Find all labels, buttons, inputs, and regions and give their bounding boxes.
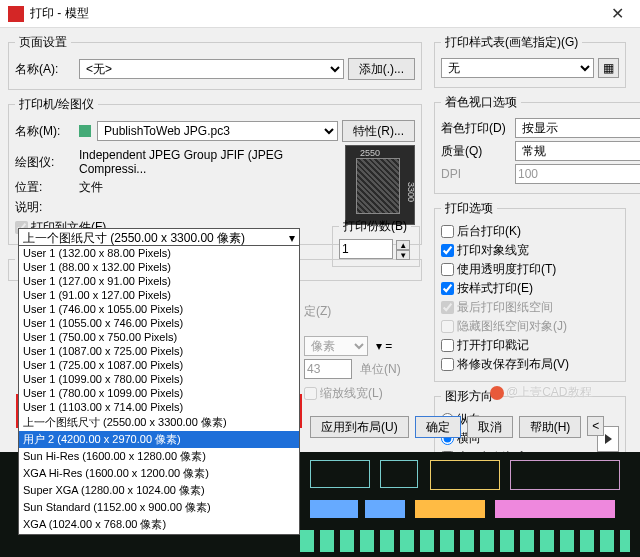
paper-size-option[interactable]: Sun Standard (1152.00 x 900.00 像素): [19, 499, 299, 516]
chevron-down-icon: ▾: [289, 231, 295, 245]
printer-name-label: 名称(M):: [15, 123, 75, 140]
option-checkbox: [441, 320, 454, 333]
option-label: 将修改保存到布局(V): [457, 356, 569, 373]
option-label: 使用透明度打印(T): [457, 261, 556, 278]
unit-select: 像素: [304, 336, 368, 356]
option-checkbox[interactable]: [441, 282, 454, 295]
orientation-legend: 图形方向: [441, 388, 497, 405]
properties-button[interactable]: 特性(R)...: [342, 120, 415, 142]
close-icon[interactable]: ✕: [603, 4, 632, 23]
dpi-input: [515, 164, 640, 184]
collapse-button[interactable]: <: [587, 416, 604, 436]
paper-size-option[interactable]: Super XGA (1280.00 x 1024.00 像素): [19, 482, 299, 499]
paper-size-option[interactable]: User 1 (750.00 x 750.00 Pixels): [19, 330, 299, 344]
option-label: 隐藏图纸空间对象(J): [457, 318, 567, 335]
style-table-group: 打印样式表(画笔指定)(G) 无 ▦: [434, 34, 626, 88]
paper-size-option[interactable]: User 1 (1055.00 x 746.00 Pixels): [19, 316, 299, 330]
add-button[interactable]: 添加(.)...: [348, 58, 415, 80]
help-button[interactable]: 帮助(H): [519, 416, 582, 438]
page-setup-legend: 页面设置: [15, 34, 71, 51]
page-setup-group: 页面设置 名称(A): <无> 添加(.)...: [8, 34, 422, 90]
printer-legend: 打印机/绘图仪: [15, 96, 98, 113]
paper-size-option[interactable]: User 1 (88.00 x 132.00 Pixels): [19, 260, 299, 274]
style-table-select[interactable]: 无: [441, 58, 594, 78]
printer-icon: [79, 125, 91, 137]
style-table-legend: 打印样式表(画笔指定)(G): [441, 34, 582, 51]
option-checkbox[interactable]: [441, 358, 454, 371]
option-label: 打印对象线宽: [457, 242, 529, 259]
scale-lineweight-checkbox: [304, 387, 317, 400]
paper-preview: 2550 3300: [345, 145, 415, 225]
printer-name-select[interactable]: PublishToWeb JPG.pc3: [97, 121, 338, 141]
shaded-group: 着色视口选项 着色打印(D)按显示 质量(Q)常规 DPI: [434, 94, 640, 194]
quality-select[interactable]: 常规: [515, 141, 640, 161]
copies-input[interactable]: [339, 239, 393, 259]
window-title: 打印 - 模型: [30, 5, 89, 22]
paper-size-option[interactable]: Sun Hi-Res (1600.00 x 1280.00 像素): [19, 448, 299, 465]
option-label: 按样式打印(E): [457, 280, 533, 297]
page-name-label: 名称(A):: [15, 61, 75, 78]
option-label: 后台打印(K): [457, 223, 521, 240]
apply-layout-button[interactable]: 应用到布局(U): [310, 416, 409, 438]
paper-size-option[interactable]: User 1 (1103.00 x 714.00 Pixels): [19, 400, 299, 414]
option-label: 打开打印戳记: [457, 337, 529, 354]
scale-lineweight-label: 缩放线宽(L): [320, 385, 383, 402]
paper-size-option[interactable]: User 1 (132.00 x 88.00 Pixels): [19, 246, 299, 260]
option-checkbox[interactable]: [441, 263, 454, 276]
watermark: @上壹CAD教程: [490, 384, 592, 401]
location-value: 文件: [79, 179, 103, 196]
option-checkbox[interactable]: [441, 244, 454, 257]
paper-size-option[interactable]: User 1 (746.00 x 1055.00 Pixels): [19, 302, 299, 316]
option-checkbox[interactable]: [441, 225, 454, 238]
paper-size-option[interactable]: User 1 (91.00 x 127.00 Pixels): [19, 288, 299, 302]
paper-size-option[interactable]: Super VGA (800.00 x 600.00 像素): [19, 533, 299, 535]
ok-button[interactable]: 确定: [415, 416, 461, 438]
copies-legend: 打印份数(B): [339, 218, 411, 235]
shaded-legend: 着色视口选项: [441, 94, 521, 111]
titlebar: 打印 - 模型 ✕: [0, 0, 640, 28]
app-icon: [8, 6, 24, 22]
paper-size-option[interactable]: User 1 (1099.00 x 780.00 Pixels): [19, 372, 299, 386]
print-options-group: 打印选项 后台打印(K)打印对象线宽使用透明度打印(T)按样式打印(E)最后打印…: [434, 200, 626, 382]
paper-size-option[interactable]: User 1 (780.00 x 1099.00 Pixels): [19, 386, 299, 400]
custom-z-label: 定(Z): [304, 303, 331, 320]
cancel-button[interactable]: 取消: [467, 416, 513, 438]
logo-icon: [490, 386, 504, 400]
plotter-value: Independent JPEG Group JFIF (JPEG Compre…: [79, 148, 339, 176]
copies-group: 打印份数(B) ▲ ▼: [332, 218, 420, 267]
paper-size-option[interactable]: 上一个图纸尺寸 (2550.00 x 3300.00 像素): [19, 414, 299, 431]
preview-width: 2550: [360, 148, 380, 158]
paper-size-option[interactable]: User 1 (1087.00 x 725.00 Pixels): [19, 344, 299, 358]
paper-size-option[interactable]: User 1 (127.00 x 91.00 Pixels): [19, 274, 299, 288]
unit-n-label: 单位(N): [360, 361, 401, 378]
style-edit-button[interactable]: ▦: [598, 58, 619, 78]
print-options-legend: 打印选项: [441, 200, 497, 217]
paper-size-option[interactable]: 用户 2 (4200.00 x 2970.00 像素): [19, 431, 299, 448]
page-name-select[interactable]: <无>: [79, 59, 344, 79]
preview-height: 3300: [406, 182, 416, 202]
option-checkbox: [441, 301, 454, 314]
desc-label: 说明:: [15, 199, 75, 216]
copies-up-button[interactable]: ▲: [396, 240, 410, 250]
shade-label: 着色打印(D): [441, 120, 511, 137]
paper-size-option[interactable]: XGA Hi-Res (1600.00 x 1200.00 像素): [19, 465, 299, 482]
option-label: 最后打印图纸空间: [457, 299, 553, 316]
paper-size-option[interactable]: XGA (1024.00 x 768.00 像素): [19, 516, 299, 533]
plotter-label: 绘图仪:: [15, 154, 75, 171]
scale-num-input: [304, 359, 352, 379]
location-label: 位置:: [15, 179, 75, 196]
paper-size-option[interactable]: User 1 (725.00 x 1087.00 Pixels): [19, 358, 299, 372]
paper-size-value: 上一个图纸尺寸 (2550.00 x 3300.00 像素): [23, 230, 245, 247]
copies-down-button[interactable]: ▼: [396, 250, 410, 260]
option-checkbox[interactable]: [441, 339, 454, 352]
paper-size-dropdown[interactable]: User 1 (132.00 x 88.00 Pixels)User 1 (88…: [18, 245, 300, 535]
quality-label: 质量(Q): [441, 143, 511, 160]
dpi-label: DPI: [441, 167, 511, 181]
shade-select[interactable]: 按显示: [515, 118, 640, 138]
